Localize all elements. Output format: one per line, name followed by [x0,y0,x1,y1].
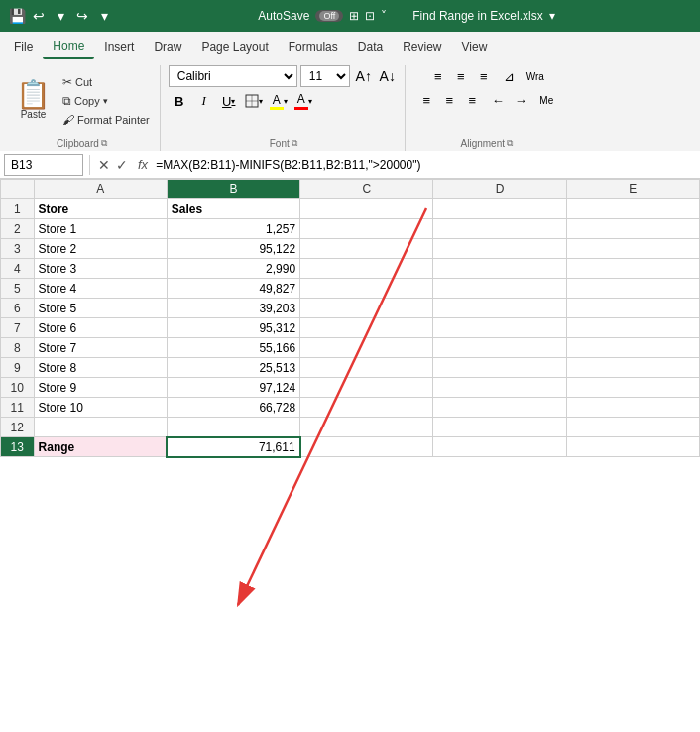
cell-C9[interactable] [300,358,433,378]
cell-C10[interactable] [300,378,433,398]
cell-A1[interactable]: Store [34,199,167,219]
undo-icon[interactable]: ↩ [30,7,48,25]
spreadsheet-scroll-area[interactable]: A B C D E 1 Store Sales [0,179,700,732]
menu-page-layout[interactable]: Page Layout [191,36,278,58]
cell-A2[interactable]: Store 1 [34,219,167,239]
cell-A12[interactable] [34,418,167,437]
cell-B12[interactable] [167,418,299,437]
cell-C3[interactable] [300,239,433,259]
alignment-expand-icon[interactable]: ⧉ [507,138,513,149]
col-header-B[interactable]: B [167,180,299,199]
menu-review[interactable]: Review [393,36,451,58]
cell-B2[interactable]: 1,257 [167,219,299,239]
cell-E8[interactable] [566,338,699,358]
cell-C13[interactable] [300,437,433,457]
decrease-indent-button[interactable]: ← [487,89,509,111]
cell-D11[interactable] [433,398,566,418]
borders-dropdown-icon[interactable]: ▾ [259,97,263,106]
cell-C2[interactable] [300,219,433,239]
orientation-button[interactable]: ⊿ [499,65,521,87]
cell-A9[interactable]: Store 8 [34,358,167,378]
cell-B7[interactable]: 95,312 [167,318,299,338]
borders-button[interactable]: ▾ [243,90,265,112]
col-header-A[interactable]: A [34,180,167,199]
cell-A13[interactable]: Range [34,437,167,457]
font-size-select[interactable]: 11 [300,65,350,87]
undo-dropdown-icon[interactable]: ▾ [52,7,69,25]
cell-B6[interactable]: 39,203 [167,299,299,318]
cell-A6[interactable]: Store 5 [34,299,167,318]
fill-color-button[interactable]: A ▾ [268,90,290,112]
cell-reference[interactable]: B13 [4,154,83,176]
cell-D6[interactable] [433,299,566,318]
format-painter-button[interactable]: 🖌 Format Painter [58,111,154,129]
col-header-E[interactable]: E [566,180,699,199]
increase-font-button[interactable]: A↑ [353,65,375,87]
cell-C4[interactable] [300,259,433,279]
cell-B13[interactable]: 71,611 [167,437,299,457]
redo-icon[interactable]: ↪ [73,7,91,25]
menu-view[interactable]: View [452,36,498,58]
cell-C6[interactable] [300,299,433,318]
cell-A8[interactable]: Store 7 [34,338,167,358]
cell-C11[interactable] [300,398,433,418]
menu-file[interactable]: File [4,36,43,58]
underline-dropdown-icon[interactable]: ▾ [231,97,235,106]
bold-button[interactable]: B [169,90,190,112]
cancel-formula-icon[interactable]: ✕ [96,155,112,175]
cell-B5[interactable]: 49,827 [167,279,299,299]
autosave-toggle[interactable]: Off [315,10,343,22]
align-top-button[interactable]: ≡ [427,65,449,87]
cell-D5[interactable] [433,279,566,299]
cell-D12[interactable] [433,418,566,437]
redo-dropdown-icon[interactable]: ▾ [95,7,113,25]
cell-D3[interactable] [433,239,566,259]
cell-D4[interactable] [433,259,566,279]
align-center-button[interactable]: ≡ [438,89,460,111]
paste-button[interactable]: 📋 Paste [10,77,57,124]
font-name-select[interactable]: Calibri [169,65,297,87]
underline-button[interactable]: U ▾ [218,90,240,112]
cell-D7[interactable] [433,318,566,338]
menu-draw[interactable]: Draw [144,36,191,58]
cell-D8[interactable] [433,338,566,358]
col-header-C[interactable]: C [300,180,433,199]
cell-A7[interactable]: Store 6 [34,318,167,338]
align-left-button[interactable]: ≡ [415,89,437,111]
cell-E7[interactable] [566,318,699,338]
copy-dropdown-icon[interactable]: ▾ [103,96,108,106]
filename-dropdown-icon[interactable]: ▾ [549,9,555,23]
cell-A5[interactable]: Store 4 [34,279,167,299]
cell-D13[interactable] [433,437,566,457]
cell-B3[interactable]: 95,122 [167,239,299,259]
cell-B4[interactable]: 2,990 [167,259,299,279]
cell-D2[interactable] [433,219,566,239]
confirm-formula-icon[interactable]: ✓ [114,155,130,175]
cell-C1[interactable] [300,199,433,219]
menu-data[interactable]: Data [348,36,393,58]
merge-center-button[interactable]: Me [535,89,557,111]
cell-B9[interactable]: 25,513 [167,358,299,378]
cell-D9[interactable] [433,358,566,378]
align-right-button[interactable]: ≡ [461,89,483,111]
menu-insert[interactable]: Insert [94,36,144,58]
cell-E9[interactable] [566,358,699,378]
font-color-dropdown-icon[interactable]: ▾ [308,97,312,106]
italic-button[interactable]: I [193,90,215,112]
cell-E10[interactable] [566,378,699,398]
cell-E6[interactable] [566,299,699,318]
col-header-D[interactable]: D [433,180,566,199]
autosave-state[interactable]: Off [319,11,339,21]
increase-indent-button[interactable]: → [510,89,531,111]
cell-B1[interactable]: Sales [167,199,299,219]
wrap-text-button[interactable]: Wra [525,65,546,87]
align-bottom-button[interactable]: ≡ [473,65,495,87]
cell-E11[interactable] [566,398,699,418]
cell-E1[interactable] [566,199,699,219]
cell-E3[interactable] [566,239,699,259]
cell-A4[interactable]: Store 3 [34,259,167,279]
cell-D10[interactable] [433,378,566,398]
align-middle-button[interactable]: ≡ [450,65,472,87]
cell-E5[interactable] [566,279,699,299]
cell-C8[interactable] [300,338,433,358]
